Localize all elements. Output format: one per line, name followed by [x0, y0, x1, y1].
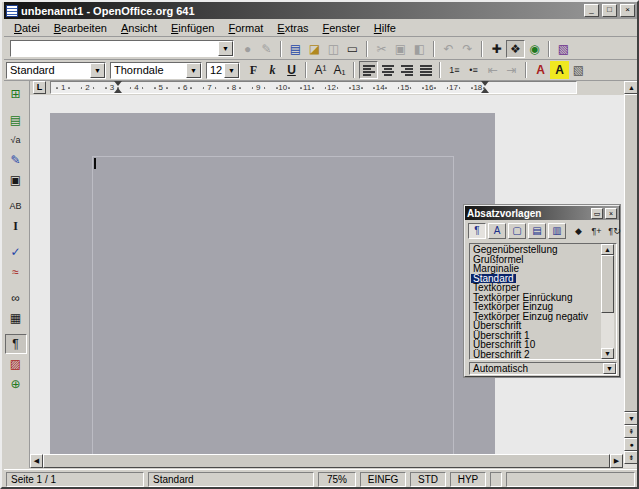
- redo-icon[interactable]: ↷: [458, 40, 477, 58]
- italic-icon[interactable]: k: [263, 61, 282, 79]
- paragraph-styles-icon[interactable]: ¶: [468, 223, 486, 239]
- fill-format-mode-icon[interactable]: ◆: [570, 223, 587, 239]
- scroll-right-icon[interactable]: ▶: [610, 454, 623, 468]
- chevron-down-icon[interactable]: ▼: [186, 63, 201, 78]
- vertical-scroll-thumb[interactable]: [624, 94, 639, 412]
- frame-styles-icon[interactable]: ▢: [508, 223, 526, 239]
- minimize-button[interactable]: _: [584, 4, 599, 17]
- insert-fields-icon[interactable]: ▤: [5, 110, 27, 130]
- scroll-down-icon[interactable]: ▼: [601, 348, 614, 359]
- status-selection-mode[interactable]: STD: [410, 472, 446, 487]
- gallery-icon[interactable]: ▧: [554, 40, 573, 58]
- menu-item-hilfe[interactable]: Hilfe: [367, 20, 403, 36]
- right-indent-marker-bottom[interactable]: [481, 88, 489, 93]
- print-icon[interactable]: ▭: [343, 40, 362, 58]
- bullets-icon[interactable]: •≡: [464, 61, 483, 79]
- paste-icon[interactable]: ◧: [410, 40, 429, 58]
- menu-item-ansicht[interactable]: Ansicht: [114, 20, 164, 36]
- style-filter-combobox[interactable]: Automatisch ▼: [469, 362, 617, 375]
- update-style-icon[interactable]: ¶↻: [606, 223, 623, 239]
- highlighting-icon[interactable]: A: [550, 61, 569, 79]
- style-list-scrollbar[interactable]: ▲ ▼: [601, 244, 614, 359]
- copy-icon[interactable]: ▣: [391, 40, 410, 58]
- insert-icon[interactable]: ⊞: [5, 84, 27, 104]
- insert-object-icon[interactable]: √a: [5, 130, 27, 150]
- graphics-onoff-icon[interactable]: ▨: [5, 354, 27, 374]
- menu-item-extras[interactable]: Extras: [270, 20, 315, 36]
- character-styles-icon[interactable]: A: [488, 223, 506, 239]
- undo-icon[interactable]: ↶: [439, 40, 458, 58]
- menu-item-format[interactable]: Format: [221, 20, 270, 36]
- stop-icon[interactable]: ●: [238, 40, 257, 58]
- chevron-down-icon[interactable]: ▼: [224, 63, 239, 78]
- new-document-icon[interactable]: ▤: [286, 40, 305, 58]
- autotext-icon[interactable]: AB: [5, 196, 27, 216]
- maximize-button[interactable]: □: [602, 4, 617, 17]
- subscript-icon[interactable]: A₁: [330, 61, 349, 79]
- draw-functions-icon[interactable]: ✎: [5, 150, 27, 170]
- menu-item-fenster[interactable]: Fenster: [316, 20, 367, 36]
- style-list-scroll-thumb[interactable]: [601, 255, 614, 313]
- font-name-combobox[interactable]: Thorndale ▼: [110, 62, 202, 79]
- vertical-scrollbar[interactable]: ▲ ▼ ⇞ ● ⇟: [624, 81, 639, 468]
- menu-item-bearbeiten[interactable]: Bearbeiten: [47, 20, 114, 36]
- tab-type-selector[interactable]: L: [33, 81, 46, 94]
- style-item-überschrift-2[interactable]: Überschrift 2: [471, 350, 532, 360]
- navigation-dot-icon[interactable]: ●: [624, 438, 639, 451]
- decrease-indent-icon[interactable]: ⇤: [483, 61, 502, 79]
- numbering-icon[interactable]: 1≡: [445, 61, 464, 79]
- font-size-combobox[interactable]: 12 ▼: [206, 62, 240, 79]
- spellcheck-icon[interactable]: ✓: [5, 242, 27, 262]
- save-document-icon[interactable]: ◫: [324, 40, 343, 58]
- bold-icon[interactable]: F: [244, 61, 263, 79]
- status-insert-mode[interactable]: EINFG: [360, 472, 406, 487]
- menu-item-datei[interactable]: Datei: [7, 20, 47, 36]
- nonprinting-characters-icon[interactable]: ¶: [5, 334, 27, 354]
- auto-spellcheck-icon[interactable]: ≈: [5, 262, 27, 282]
- underline-icon[interactable]: U: [282, 61, 301, 79]
- chevron-down-icon[interactable]: ▼: [218, 41, 233, 56]
- horizontal-scroll-thumb[interactable]: [43, 454, 610, 468]
- align-justify-icon[interactable]: [416, 61, 435, 79]
- right-indent-marker[interactable]: [481, 81, 489, 86]
- scroll-up-icon[interactable]: ▲: [624, 81, 639, 94]
- find-replace-icon[interactable]: ∞: [5, 288, 27, 308]
- stylist-rollup-button[interactable]: ▭: [591, 208, 603, 219]
- font-color-icon[interactable]: A: [531, 61, 550, 79]
- left-indent-marker[interactable]: [114, 88, 122, 93]
- online-layout-icon[interactable]: ⊕: [5, 374, 27, 394]
- chevron-down-icon[interactable]: ▼: [90, 63, 105, 78]
- document-page[interactable]: [50, 113, 495, 454]
- title-bar[interactable]: unbenannt1 - OpenOffice.org 641 _ □ ×: [4, 2, 637, 19]
- insert-frame-icon[interactable]: ▣: [5, 170, 27, 190]
- menu-item-einfügen[interactable]: Einfügen: [164, 20, 221, 36]
- scroll-down-icon[interactable]: ▼: [624, 412, 639, 425]
- edit-file-icon[interactable]: ✎: [257, 40, 276, 58]
- align-center-icon[interactable]: [378, 61, 397, 79]
- scroll-left-icon[interactable]: ◀: [30, 454, 43, 468]
- horizontal-ruler[interactable]: 123456789101112131415161718: [50, 81, 577, 94]
- paragraph-style-combobox[interactable]: Standard ▼: [6, 62, 106, 79]
- hyperlink-dialog-icon[interactable]: ◉: [525, 40, 544, 58]
- previous-page-icon[interactable]: ⇞: [624, 425, 639, 438]
- direct-cursor-icon[interactable]: I: [5, 216, 27, 236]
- navigator-icon[interactable]: ✚: [487, 40, 506, 58]
- numbering-styles-icon[interactable]: ▥: [548, 223, 566, 239]
- status-hyperlink-mode[interactable]: HYP: [450, 472, 486, 487]
- status-page-style[interactable]: Standard: [148, 472, 314, 487]
- horizontal-scrollbar[interactable]: ◀ ▶: [30, 454, 624, 468]
- chevron-down-icon[interactable]: ▼: [603, 363, 616, 374]
- align-left-icon[interactable]: [359, 61, 378, 79]
- align-right-icon[interactable]: [397, 61, 416, 79]
- increase-indent-icon[interactable]: ⇥: [502, 61, 521, 79]
- cut-icon[interactable]: ✂: [372, 40, 391, 58]
- background-color-icon[interactable]: ▧: [569, 61, 588, 79]
- load-url-combobox[interactable]: ▼: [10, 40, 234, 57]
- close-button[interactable]: ×: [620, 4, 635, 17]
- page-styles-icon[interactable]: ▤: [528, 223, 546, 239]
- first-line-indent-marker[interactable]: [114, 81, 122, 86]
- stylist-title-bar[interactable]: Absatzvorlagen ▭ ×: [465, 206, 619, 220]
- open-document-icon[interactable]: ◪: [305, 40, 324, 58]
- next-page-icon[interactable]: ⇟: [624, 451, 639, 464]
- superscript-icon[interactable]: A¹: [311, 61, 330, 79]
